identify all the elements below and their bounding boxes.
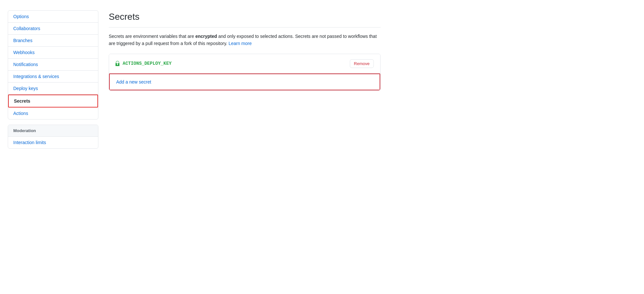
- secret-name: ACTIONS_DEPLOY_KEY: [116, 61, 172, 66]
- add-secret-link[interactable]: Add a new secret: [116, 79, 151, 85]
- secret-row: ACTIONS_DEPLOY_KEY Remove: [109, 54, 380, 74]
- moderation-group-header: Moderation: [8, 125, 98, 137]
- sidebar: OptionsCollaboratorsBranchesWebhooksNoti…: [8, 10, 98, 284]
- sidebar-main-group: OptionsCollaboratorsBranchesWebhooksNoti…: [8, 10, 98, 119]
- sidebar-item-integrations[interactable]: Integrations & services: [8, 71, 98, 83]
- sidebar-item-notifications[interactable]: Notifications: [8, 59, 98, 71]
- main-content: Secrets Secrets are environment variable…: [109, 10, 381, 284]
- sidebar-item-options[interactable]: Options: [8, 11, 98, 23]
- page-title: Secrets: [109, 12, 381, 28]
- learn-more-link[interactable]: Learn more: [228, 41, 252, 46]
- sidebar-item-actions[interactable]: Actions: [8, 107, 98, 119]
- sidebar-item-webhooks[interactable]: Webhooks: [8, 47, 98, 59]
- lock-icon: [116, 61, 120, 66]
- remove-button[interactable]: Remove: [350, 59, 374, 68]
- secret-name-text: ACTIONS_DEPLOY_KEY: [123, 61, 172, 66]
- secrets-container: ACTIONS_DEPLOY_KEY Remove Add a new secr…: [109, 54, 381, 91]
- description-text1: Secrets are environment variables that a…: [109, 34, 195, 39]
- sidebar-moderation-group: Moderation Interaction limits: [8, 125, 98, 149]
- description-bold: encrypted: [195, 34, 217, 39]
- sidebar-item-interaction-limits[interactable]: Interaction limits: [8, 137, 98, 148]
- page-description: Secrets are environment variables that a…: [109, 33, 381, 47]
- sidebar-item-branches[interactable]: Branches: [8, 35, 98, 47]
- add-secret-row: Add a new secret: [109, 74, 380, 90]
- sidebar-item-collaborators[interactable]: Collaborators: [8, 23, 98, 35]
- sidebar-item-deploy-keys[interactable]: Deploy keys: [8, 83, 98, 95]
- sidebar-item-secrets[interactable]: Secrets: [8, 95, 98, 107]
